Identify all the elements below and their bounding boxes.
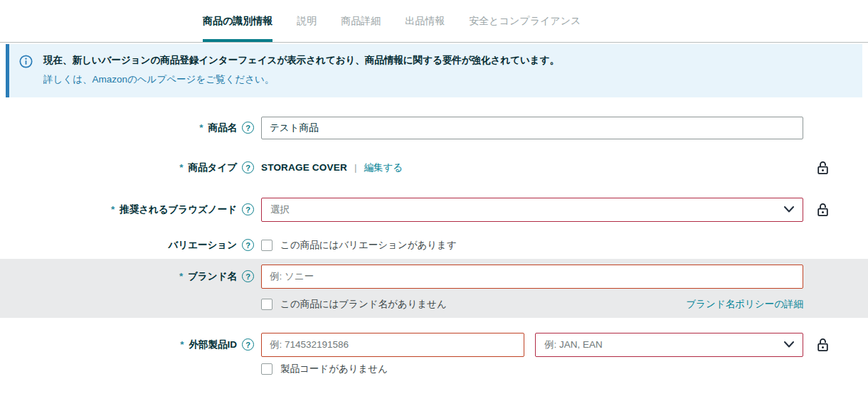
product-type-value: STORAGE COVER <box>261 162 347 173</box>
row-product-type: * 商品タイプ ? STORAGE COVER | 編集する <box>0 161 868 175</box>
product-name-label: * 商品名 ? <box>0 122 254 134</box>
info-banner: 現在、新しいバージョンの商品登録インターフェイスが表示されており、商品情報に関す… <box>6 44 862 97</box>
row-variation: バリエーション ? この商品にはバリエーションがあります <box>0 239 868 252</box>
product-name-input[interactable] <box>261 117 803 139</box>
browse-node-select[interactable]: 選択 <box>261 198 803 222</box>
product-identity-form: * 商品名 ? * 商品タイプ ? STORAGE COVER | 編集する <box>0 97 868 375</box>
help-icon[interactable]: ? <box>242 203 254 215</box>
chevron-down-icon <box>784 341 794 348</box>
tab-offer[interactable]: 出品情報 <box>405 0 445 42</box>
help-page-link[interactable]: Amazonのヘルプページ <box>92 74 196 85</box>
variation-checkbox-label: この商品にはバリエーションがあります <box>280 239 457 252</box>
browse-node-selected-value: 選択 <box>270 203 290 216</box>
banner-link-suffix: をご覧ください。 <box>196 74 274 85</box>
product-type-label: * 商品タイプ ? <box>0 161 254 174</box>
separator: | <box>354 162 357 173</box>
banner-help-line: 詳しくは、Amazonのヘルプページをご覧ください。 <box>43 73 559 86</box>
lock-icon <box>817 203 829 217</box>
lock-icon <box>817 161 829 175</box>
row-brand: * ブランド名 ? <box>0 265 868 289</box>
product-type-label-text: 商品タイプ <box>189 161 237 174</box>
brand-label-text: ブランド名 <box>188 270 237 283</box>
no-product-code-checkbox[interactable] <box>261 363 272 375</box>
row-product-name: * 商品名 ? <box>0 117 868 139</box>
browse-node-label-text: 推奨されるブラウズノード <box>120 203 237 216</box>
required-marker: * <box>179 271 183 282</box>
browse-node-label: * 推奨されるブラウズノード ? <box>0 203 254 216</box>
brand-policy-link[interactable]: ブランド名ポリシーの詳細 <box>686 298 803 311</box>
external-id-label-text: 外部製品ID <box>189 338 238 351</box>
required-marker: * <box>199 122 203 133</box>
lock-icon <box>817 338 829 352</box>
row-external-id: * 外部製品ID ? 例: JAN, EAN <box>0 333 868 357</box>
tab-description[interactable]: 説明 <box>297 0 317 42</box>
external-id-type-select[interactable]: 例: JAN, EAN <box>535 333 803 357</box>
required-marker: * <box>179 162 183 173</box>
brand-section: * ブランド名 ? この商品にはブランド名がありません ブランド名ポリシーの詳細 <box>0 259 868 318</box>
variation-label: バリエーション ? <box>0 239 254 252</box>
chevron-down-icon <box>784 206 794 213</box>
no-brand-checkbox-label: この商品にはブランド名がありません <box>280 298 447 311</box>
no-brand-checkbox[interactable] <box>261 299 272 310</box>
edit-product-type-link[interactable]: 編集する <box>364 161 403 174</box>
brand-name-input[interactable] <box>261 265 803 289</box>
banner-message: 現在、新しいバージョンの商品登録インターフェイスが表示されており、商品情報に関す… <box>43 54 559 67</box>
no-product-code-checkbox-label: 製品コードがありません <box>280 363 388 375</box>
help-icon[interactable]: ? <box>242 338 254 351</box>
tab-safety-compliance[interactable]: 安全とコンプライアンス <box>469 0 581 42</box>
product-name-label-text: 商品名 <box>208 122 238 134</box>
external-id-input[interactable] <box>261 333 524 357</box>
help-icon[interactable]: ? <box>242 239 254 251</box>
required-marker: * <box>111 204 115 215</box>
tab-product-identity[interactable]: 商品の識別情報 <box>203 0 272 42</box>
section-tabbar: 商品の識別情報 説明 商品詳細 出品情報 安全とコンプライアンス <box>0 0 868 43</box>
external-id-type-placeholder: 例: JAN, EAN <box>544 338 603 351</box>
banner-text: 現在、新しいバージョンの商品登録インターフェイスが表示されており、商品情報に関す… <box>43 54 559 86</box>
banner-link-prefix: 詳しくは、 <box>43 74 92 85</box>
required-marker: * <box>180 339 184 350</box>
row-brand-checkbox: この商品にはブランド名がありません ブランド名ポリシーの詳細 <box>0 298 868 311</box>
help-icon[interactable]: ? <box>242 161 254 174</box>
variation-checkbox[interactable] <box>261 240 272 251</box>
variation-label-text: バリエーション <box>169 239 237 252</box>
external-id-label: * 外部製品ID ? <box>0 338 254 351</box>
tab-product-details[interactable]: 商品詳細 <box>341 0 381 42</box>
help-icon[interactable]: ? <box>242 270 254 282</box>
row-no-product-code: 製品コードがありません <box>0 363 868 375</box>
row-browse-node: * 推奨されるブラウズノード ? 選択 <box>0 198 868 222</box>
brand-label: * ブランド名 ? <box>0 270 254 283</box>
info-icon <box>19 55 33 68</box>
help-icon[interactable]: ? <box>242 122 254 134</box>
